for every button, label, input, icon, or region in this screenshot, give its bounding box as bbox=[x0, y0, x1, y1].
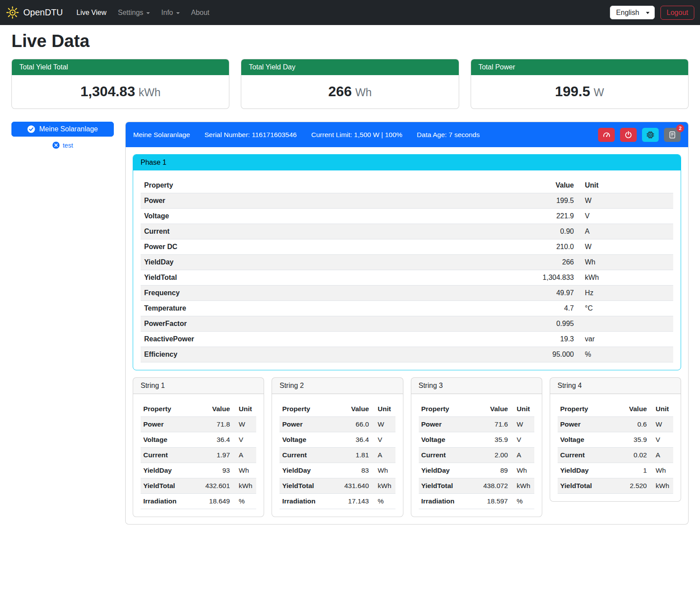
table-row: Frequency 49.97 Hz bbox=[141, 286, 673, 301]
col-header-property: Property bbox=[141, 402, 200, 417]
row-unit: A bbox=[372, 448, 395, 463]
string-card-title: String 3 bbox=[411, 378, 542, 394]
summary-card-body: 199.5W bbox=[471, 75, 688, 109]
summary-card-title: Total Yield Total bbox=[12, 59, 229, 75]
row-property: Current bbox=[141, 224, 528, 239]
cpu-icon bbox=[646, 131, 654, 139]
row-value: 221.9 bbox=[528, 209, 577, 224]
row-value: 71.6 bbox=[478, 417, 511, 432]
row-unit: V bbox=[649, 432, 673, 448]
row-property: Voltage bbox=[279, 432, 339, 448]
string-card-title: String 2 bbox=[272, 378, 403, 394]
brand-link[interactable]: OpenDTU bbox=[6, 6, 63, 19]
strings-row: String 1 Property Value Unit bbox=[133, 377, 681, 517]
row-value: 266 bbox=[528, 255, 577, 270]
table-row: Current 2.00 A bbox=[419, 448, 534, 463]
row-unit: kWh bbox=[577, 270, 673, 286]
row-value: 95.000 bbox=[528, 347, 577, 362]
row-value: 1.81 bbox=[339, 448, 372, 463]
row-property: Power bbox=[279, 417, 339, 432]
table-row: Power 0.6 W bbox=[558, 417, 673, 432]
summary-value: 266 bbox=[328, 83, 352, 99]
table-header-row: Property Value Unit bbox=[419, 402, 534, 417]
row-unit: V bbox=[511, 432, 534, 448]
x-circle-icon bbox=[52, 141, 60, 149]
table-row: Temperature 4.7 °C bbox=[141, 301, 673, 316]
row-value: 0.995 bbox=[528, 316, 577, 332]
table-row: YieldTotal 431.640 kWh bbox=[279, 478, 395, 494]
string-table: Property Value Unit Power bbox=[558, 402, 673, 494]
string-table-body: Power 66.0 W Voltage 36.4 V bbox=[279, 417, 395, 509]
row-value: 438.072 bbox=[478, 478, 511, 494]
row-value: 83 bbox=[339, 463, 372, 478]
table-row: Irradiation 18.649 % bbox=[141, 494, 256, 509]
table-row: Current 0.02 A bbox=[558, 448, 673, 463]
table-header-row: Property Value Unit bbox=[279, 402, 395, 417]
row-unit: °C bbox=[577, 301, 673, 316]
sidebar-item-test[interactable]: test bbox=[11, 141, 114, 149]
row-value: 18.597 bbox=[478, 494, 511, 509]
table-row: Power 71.6 W bbox=[419, 417, 534, 432]
summary-card-title: Total Yield Day bbox=[241, 59, 458, 75]
caret-down-icon bbox=[146, 12, 150, 14]
journal-list-icon bbox=[668, 131, 676, 139]
summary-unit: Wh bbox=[355, 86, 372, 98]
summary-value: 199.5 bbox=[555, 83, 590, 99]
row-unit: kWh bbox=[232, 478, 256, 494]
limit-settings-button[interactable] bbox=[598, 128, 615, 142]
table-row: YieldDay 93 Wh bbox=[141, 463, 256, 478]
inverter-action-buttons: 2 bbox=[598, 128, 681, 142]
inverter-select-button[interactable]: Meine Solaranlage bbox=[11, 122, 114, 137]
col-header-value: Value bbox=[200, 402, 232, 417]
language-select[interactable]: English bbox=[610, 6, 655, 19]
row-property: YieldTotal bbox=[419, 478, 478, 494]
row-value: 199.5 bbox=[528, 193, 577, 209]
table-row: YieldTotal 438.072 kWh bbox=[419, 478, 534, 494]
logout-button[interactable]: Logout bbox=[660, 6, 694, 20]
string-card-title: String 1 bbox=[133, 378, 264, 394]
row-value: 93 bbox=[200, 463, 232, 478]
row-property: YieldTotal bbox=[558, 478, 617, 494]
row-property: PowerFactor bbox=[141, 316, 528, 332]
col-header-property: Property bbox=[419, 402, 478, 417]
device-info-button[interactable] bbox=[642, 128, 659, 142]
row-property: Power bbox=[558, 417, 617, 432]
table-row: Current 1.97 A bbox=[141, 448, 256, 463]
table-row: YieldDay 89 Wh bbox=[419, 463, 534, 478]
summary-value: 1,304.83 bbox=[80, 83, 135, 99]
nav-item-info[interactable]: Info bbox=[156, 5, 185, 20]
table-row: YieldDay 83 Wh bbox=[279, 463, 395, 478]
row-property: Irradiation bbox=[141, 494, 200, 509]
row-property: Irradiation bbox=[279, 494, 339, 509]
nav-item-settings[interactable]: Settings bbox=[112, 5, 156, 20]
row-property: Temperature bbox=[141, 301, 528, 316]
row-value: 35.9 bbox=[617, 432, 649, 448]
row-unit: A bbox=[649, 448, 673, 463]
table-row: YieldTotal 1,304.833 kWh bbox=[141, 270, 673, 286]
string-card-2: String 2 Property Value Unit bbox=[272, 377, 403, 517]
event-log-button[interactable]: 2 bbox=[664, 128, 681, 142]
summary-card-body: 266Wh bbox=[241, 75, 458, 109]
inverter-card: Meine Solaranlage Serial Number: 1161716… bbox=[125, 122, 689, 525]
power-toggle-button[interactable] bbox=[620, 128, 637, 142]
row-property: Current bbox=[558, 448, 617, 463]
row-value: 89 bbox=[478, 463, 511, 478]
row-unit: W bbox=[511, 417, 534, 432]
row-value: 1 bbox=[617, 463, 649, 478]
row-property: Power DC bbox=[141, 239, 528, 255]
string-table: Property Value Unit Power bbox=[419, 402, 534, 509]
table-header-row: Property Value Unit bbox=[558, 402, 673, 417]
nav-item-about[interactable]: About bbox=[185, 5, 215, 20]
nav-item-live-view[interactable]: Live View bbox=[71, 5, 112, 20]
row-unit: Wh bbox=[232, 463, 256, 478]
row-value: 36.4 bbox=[339, 432, 372, 448]
string-card-4: String 4 Property Value Unit bbox=[550, 377, 681, 502]
inverter-name: Meine Solaranlage bbox=[133, 131, 190, 139]
row-unit: V bbox=[232, 432, 256, 448]
string-card-3: String 3 Property Value Unit bbox=[411, 377, 542, 517]
string-table-body: Power 0.6 W Voltage 35.9 V bbox=[558, 417, 673, 494]
nav-item-label: Settings bbox=[118, 9, 143, 17]
page-title: Live Data bbox=[11, 31, 689, 51]
row-property: YieldDay bbox=[141, 255, 528, 270]
top-navbar: OpenDTU Live View Settings Info About En… bbox=[0, 0, 700, 25]
